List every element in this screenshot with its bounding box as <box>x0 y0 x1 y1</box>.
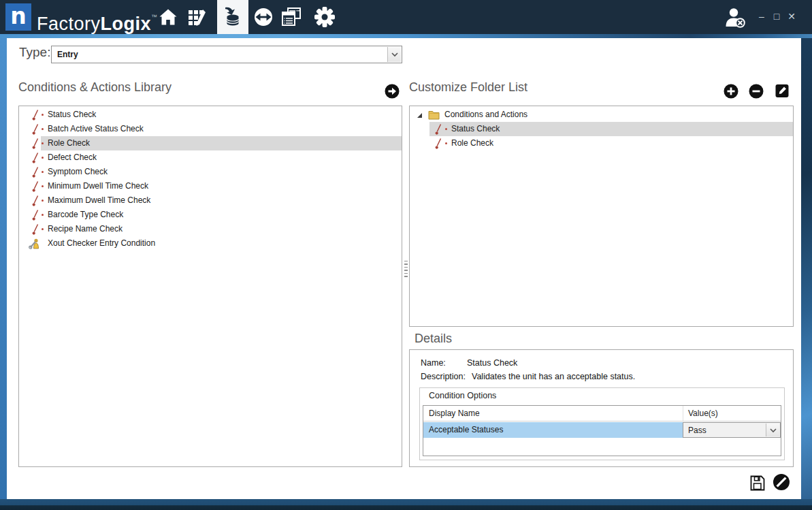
nav-library-button-active[interactable] <box>217 0 248 34</box>
condition-icon <box>31 166 39 178</box>
library-list-item[interactable]: Recipe Name Check <box>19 222 402 236</box>
remove-folder-button[interactable] <box>749 84 764 99</box>
tree-item-label: Role Check <box>451 136 493 150</box>
library-list-item[interactable]: Symptom Check <box>19 165 402 179</box>
bullet-dot <box>42 114 44 116</box>
description-label: Description: <box>421 372 466 381</box>
column-display-name: Display Name <box>429 406 480 421</box>
table-header-row: Display Name Value(s) <box>423 406 781 421</box>
library-item-label: Defect Check <box>48 150 97 165</box>
tree-root-label: Conditions and Actions <box>444 108 527 122</box>
nav-documents-button[interactable] <box>276 0 307 34</box>
condition-icon <box>31 152 39 164</box>
edit-pencil-icon <box>775 83 790 98</box>
library-item-label: Recipe Name Check <box>48 222 123 236</box>
planning-grid-pencil-icon <box>186 6 208 28</box>
condition-icon <box>434 123 442 136</box>
move-to-folder-button[interactable] <box>385 84 400 99</box>
edit-folder-button[interactable] <box>775 83 790 98</box>
library-title: Conditions & Actions Library <box>18 80 172 95</box>
home-icon <box>157 6 179 28</box>
logout-user-button[interactable] <box>724 6 747 29</box>
bullet-dot <box>445 128 447 130</box>
app-logo: n <box>5 3 31 31</box>
tree-item[interactable]: Status Check <box>410 122 793 136</box>
library-list-item[interactable]: Barcode Type Check <box>19 208 402 222</box>
condition-icon <box>31 223 39 236</box>
library-item-label: Barcode Type Check <box>48 208 123 222</box>
panel-splitter-grip[interactable] <box>404 261 408 279</box>
app-title: FactoryLogix™ <box>37 5 157 29</box>
arrow-right-icon <box>385 84 400 99</box>
value-dropdown-value: Pass <box>688 423 707 437</box>
save-floppy-icon <box>749 475 766 492</box>
chevron-down-icon[interactable] <box>387 47 401 62</box>
xout-person-wrench-icon <box>29 238 40 249</box>
type-label: Type: <box>19 45 50 60</box>
nav-transfer-button[interactable] <box>248 0 279 34</box>
customize-folder-tree[interactable]: Conditions and Actions Status Check Role… <box>409 106 794 327</box>
library-item-label: Xout Checker Entry Condition <box>48 236 155 251</box>
documents-windows-icon <box>280 6 303 28</box>
library-list-item[interactable]: Maximum Dwell Time Check <box>19 193 402 208</box>
condition-icon <box>31 180 39 193</box>
condition-options-groupbox: Condition Options Display Name Value(s) … <box>419 387 785 460</box>
library-database-icon <box>222 6 244 28</box>
tree-root-item[interactable]: Conditions and Actions <box>410 108 793 122</box>
bullet-dot <box>42 157 44 159</box>
selection-highlight <box>41 136 402 150</box>
tree-item[interactable]: Role Check <box>410 136 793 150</box>
library-list-item[interactable]: Batch Active Status Check <box>19 122 402 136</box>
bullet-dot <box>42 171 44 173</box>
column-values: Value(s) <box>688 406 718 421</box>
library-list-item[interactable]: Defect Check <box>19 150 402 165</box>
chevron-down-icon[interactable] <box>766 424 779 436</box>
folder-icon <box>428 110 440 120</box>
tree-item-label: Status Check <box>451 122 500 136</box>
type-dropdown[interactable]: Entry <box>51 46 402 63</box>
condition-icon <box>31 209 39 221</box>
plus-icon <box>724 84 738 99</box>
library-list-item[interactable]: Status Check <box>19 108 402 122</box>
bullet-dot <box>445 142 447 144</box>
cancel-slash-icon <box>773 473 790 491</box>
value-cell[interactable]: Pass <box>683 422 781 438</box>
nav-home-button[interactable] <box>152 0 184 34</box>
bullet-dot <box>42 200 44 202</box>
library-list-item[interactable]: Minimum Dwell Time Check <box>19 179 402 193</box>
condition-options-table[interactable]: Display Name Value(s) Acceptable Statuse… <box>423 405 781 456</box>
settings-gear-icon <box>314 6 336 28</box>
table-row[interactable]: Acceptable Statuses Pass <box>423 422 781 438</box>
brand-bold: Logix <box>101 14 152 34</box>
library-item-label: Batch Active Status Check <box>48 122 144 136</box>
save-button[interactable] <box>749 475 766 494</box>
name-label: Name: <box>421 358 446 368</box>
conditions-actions-library-list[interactable]: Status Check Batch Active Status Check <box>18 106 402 467</box>
brand-regular: Factory <box>37 14 101 34</box>
bullet-dot <box>42 228 44 230</box>
library-item-label: Symptom Check <box>48 165 108 179</box>
condition-icon <box>31 123 39 136</box>
nav-settings-button[interactable] <box>309 0 340 34</box>
name-value: Status Check <box>467 358 517 368</box>
condition-icon <box>31 138 39 150</box>
value-dropdown[interactable]: Pass <box>683 422 781 438</box>
library-item-label: Minimum Dwell Time Check <box>48 179 148 193</box>
bullet-dot <box>42 185 44 187</box>
type-dropdown-value: Entry <box>57 46 78 63</box>
maximize-button[interactable]: □ <box>770 9 783 24</box>
close-button[interactable]: ✕ <box>785 9 798 24</box>
tree-expander-icon[interactable] <box>417 112 423 118</box>
library-list-item[interactable]: Xout Checker Entry Condition <box>19 236 402 251</box>
condition-icon <box>31 109 39 121</box>
minimize-button[interactable]: – <box>756 9 768 24</box>
library-list-item[interactable]: Role Check <box>19 136 402 150</box>
cancel-button[interactable] <box>773 473 790 494</box>
bullet-dot <box>42 128 44 130</box>
bullet-dot <box>42 142 44 144</box>
display-name-cell[interactable]: Acceptable Statuses <box>423 422 683 438</box>
user-logout-icon <box>724 6 747 29</box>
library-item-label: Role Check <box>48 136 90 150</box>
add-folder-button[interactable] <box>724 84 738 99</box>
nav-planning-button[interactable] <box>181 0 212 34</box>
